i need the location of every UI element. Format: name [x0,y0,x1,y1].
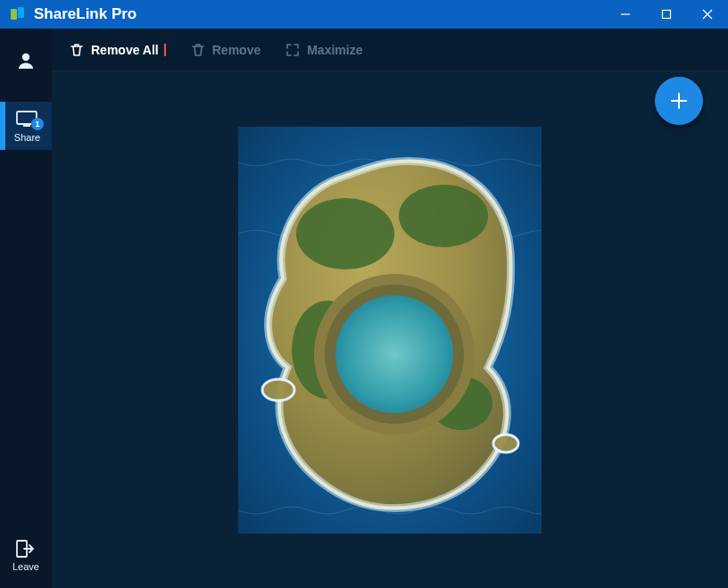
remove-all-button[interactable]: Remove All [70,43,166,57]
app-logo-icon [9,5,27,23]
share-count-badge: 1 [31,118,44,130]
svg-point-13 [296,198,394,269]
maximize-window-button[interactable] [646,0,687,29]
svg-point-20 [262,379,294,401]
svg-rect-3 [663,11,671,19]
sidebar-leave-label: Leave [12,561,39,572]
shared-image-thumbnail[interactable] [238,127,542,534]
sidebar-item-share[interactable]: 1 Share [0,102,52,150]
main-panel: Remove All Remove Maximize [52,29,728,588]
person-icon [15,50,37,71]
expand-icon [285,43,300,57]
add-button[interactable] [655,77,703,125]
sidebar: 1 Share Leave [0,29,52,588]
sidebar-item-leave[interactable]: Leave [0,531,52,579]
plus-icon [669,91,689,111]
svg-rect-8 [23,125,30,127]
toolbar: Remove All Remove Maximize [52,29,728,71]
remove-button: Remove [191,43,261,57]
svg-point-19 [335,295,453,413]
title-bar: ShareLink Pro [0,0,728,29]
svg-rect-0 [11,9,17,20]
svg-point-6 [22,54,29,61]
svg-rect-1 [18,7,24,18]
trash-icon [191,43,205,57]
text-cursor [164,44,166,56]
window-controls [605,0,728,29]
sidebar-item-profile[interactable] [0,41,52,79]
minimize-button[interactable] [605,0,646,29]
maximize-label: Maximize [307,43,362,57]
maximize-button: Maximize [285,43,362,57]
sidebar-share-label: Share [14,132,40,143]
close-window-button[interactable] [687,0,728,29]
app-title: ShareLink Pro [34,5,605,23]
trash-icon [70,43,84,57]
svg-point-21 [493,435,518,452]
svg-point-14 [399,185,488,247]
remove-all-label: Remove All [91,43,159,57]
content-area [52,71,728,588]
exit-icon [16,540,36,558]
remove-label: Remove [212,43,261,57]
